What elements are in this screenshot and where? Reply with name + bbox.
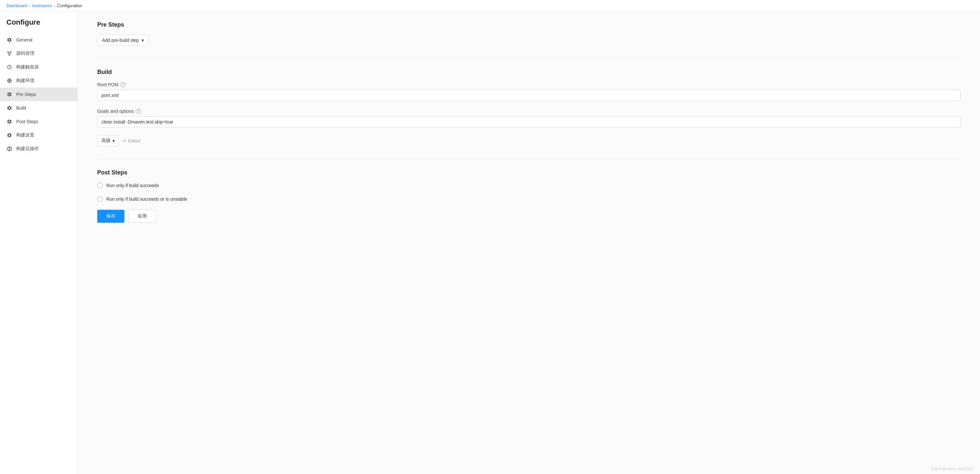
- radio-unstable[interactable]: [97, 196, 103, 202]
- edited-badge: ✏ Edited: [123, 139, 140, 143]
- pencil-icon: ✏: [123, 139, 126, 143]
- post-steps-title: Post Steps: [97, 169, 961, 176]
- sidebar-label-post-steps: Post Steps: [16, 119, 38, 124]
- goals-options-label: Goals and options ?: [97, 109, 961, 114]
- chevron-down-icon: ▾: [142, 38, 144, 43]
- breadcrumb-configuration: Configuration: [57, 3, 82, 8]
- breadcrumb-dashboard[interactable]: Dashboard: [6, 3, 27, 8]
- page-wrapper: Dashboard › testmaven › Configuration Co…: [0, 0, 980, 474]
- root-pom-field: Root POM ?: [97, 82, 961, 101]
- sidebar-item-pre-steps[interactable]: Pre Steps: [0, 88, 78, 101]
- breadcrumb-testmaven[interactable]: testmaven: [32, 3, 52, 8]
- build-title: Build: [97, 69, 961, 75]
- post-steps-section: Post Steps Run only if build succeeds Ru…: [97, 169, 961, 223]
- sidebar-label-source: 源码管理: [16, 51, 34, 56]
- radio-option-unstable: Run only if build succeeds or is unstabl…: [97, 196, 961, 202]
- sidebar-label-pre-steps: Pre Steps: [16, 92, 36, 97]
- source-icon: [6, 51, 12, 56]
- build-section: Build Root POM ? Goals and options ?: [97, 69, 961, 146]
- radio-succeeds[interactable]: [97, 182, 103, 188]
- radio-succeeds-label: Run only if build succeeds: [106, 183, 159, 188]
- root-pom-help-icon[interactable]: ?: [120, 82, 126, 87]
- pre-steps-icon: [6, 91, 12, 97]
- add-step-label: Add pre-build step: [102, 38, 139, 43]
- svg-line-4: [10, 53, 11, 54]
- main-layout: Configure General: [0, 12, 980, 474]
- sidebar-item-build[interactable]: Build: [0, 101, 78, 115]
- breadcrumb-sep-2: ›: [54, 3, 55, 8]
- pre-steps-section: Pre Steps Add pre-build step ▾: [97, 21, 961, 46]
- svg-line-3: [8, 53, 10, 54]
- sidebar-item-source-management[interactable]: 源码管理: [0, 47, 78, 60]
- apply-button[interactable]: 应用: [128, 210, 156, 223]
- breadcrumb-sep-1: ›: [29, 3, 30, 8]
- sidebar-item-post-steps[interactable]: Post Steps: [0, 115, 78, 128]
- sidebar-label-general: General: [16, 37, 32, 43]
- sidebar-label-post-build: 构建后操作: [16, 146, 39, 152]
- goals-options-input[interactable]: [97, 117, 961, 128]
- watermark: CSDN @weixin_44251137: [931, 467, 974, 471]
- pre-steps-title: Pre Steps: [97, 21, 961, 28]
- action-buttons: 保存 应用: [97, 210, 961, 223]
- sidebar-label-build-settings: 构建设置: [16, 132, 34, 138]
- svg-point-1: [10, 51, 11, 53]
- advanced-row: 高级 ▾ ✏ Edited: [97, 135, 961, 146]
- sidebar-label-trigger: 构建触发器: [16, 64, 39, 70]
- globe-icon: [6, 78, 12, 84]
- cube-icon: [6, 146, 12, 152]
- sidebar-item-build-trigger[interactable]: 构建触发器: [0, 60, 78, 74]
- advanced-label: 高级: [102, 138, 110, 144]
- svg-point-0: [8, 51, 9, 53]
- root-pom-input[interactable]: [97, 90, 961, 101]
- sidebar-item-build-env[interactable]: 构建环境: [0, 74, 78, 88]
- goals-options-field: Goals and options ?: [97, 109, 961, 128]
- edited-label: Edited: [128, 139, 140, 143]
- sidebar: Configure General: [0, 12, 78, 474]
- clock-icon: [6, 64, 12, 70]
- advanced-chevron-icon: ▾: [113, 138, 115, 143]
- radio-option-succeeds: Run only if build succeeds: [97, 182, 961, 188]
- sidebar-item-general[interactable]: General: [0, 33, 78, 47]
- sidebar-label-env: 构建环境: [16, 78, 34, 84]
- root-pom-label-text: Root POM: [97, 82, 118, 87]
- goals-options-label-text: Goals and options: [97, 109, 134, 114]
- radio-unstable-label: Run only if build succeeds or is unstabl…: [106, 196, 187, 202]
- divider-pre-build: [97, 59, 961, 59]
- settings-icon: [6, 132, 12, 138]
- goals-options-help-icon[interactable]: ?: [136, 109, 141, 114]
- sidebar-item-build-settings[interactable]: 构建设置: [0, 128, 78, 142]
- add-pre-build-step-button[interactable]: Add pre-build step ▾: [97, 35, 149, 46]
- svg-point-2: [9, 54, 10, 56]
- post-steps-icon: [6, 119, 12, 124]
- advanced-button[interactable]: 高级 ▾: [97, 135, 119, 146]
- build-icon: [6, 105, 12, 111]
- divider-build: [97, 159, 961, 160]
- gear-icon: [6, 37, 12, 43]
- sidebar-item-post-build[interactable]: 构建后操作: [0, 142, 78, 156]
- sidebar-title: Configure: [0, 18, 78, 33]
- content-area: Pre Steps Add pre-build step ▾ Build Roo…: [78, 12, 980, 474]
- breadcrumb: Dashboard › testmaven › Configuration: [0, 0, 980, 12]
- root-pom-label: Root POM ?: [97, 82, 961, 87]
- sidebar-label-build: Build: [16, 105, 26, 110]
- save-button[interactable]: 保存: [97, 210, 124, 223]
